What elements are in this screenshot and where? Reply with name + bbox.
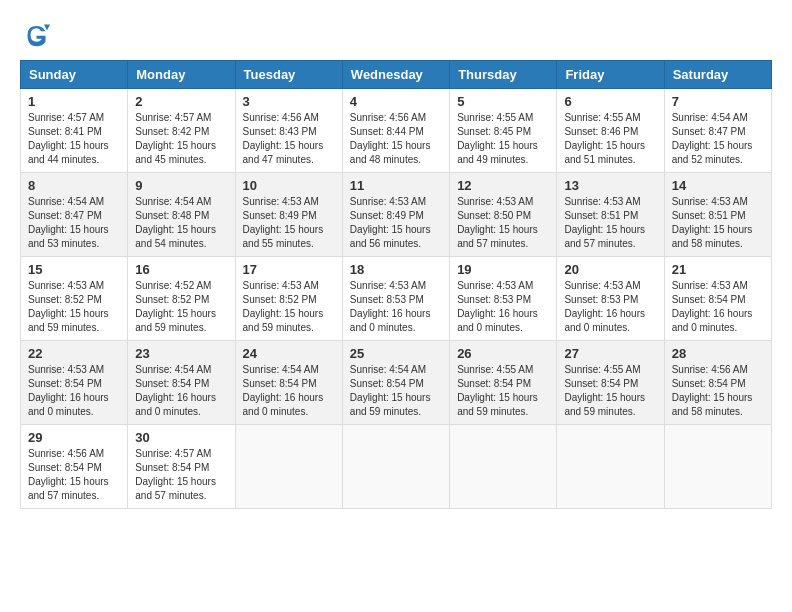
day-number: 8 [28,178,120,193]
svg-marker-0 [44,25,50,31]
day-info: Sunrise: 4:53 AM Sunset: 8:53 PM Dayligh… [350,279,442,335]
calendar-cell: 7 Sunrise: 4:54 AM Sunset: 8:47 PM Dayli… [664,89,771,173]
day-info: Sunrise: 4:56 AM Sunset: 8:54 PM Dayligh… [672,363,764,419]
calendar-cell: 1 Sunrise: 4:57 AM Sunset: 8:41 PM Dayli… [21,89,128,173]
calendar-cell: 9 Sunrise: 4:54 AM Sunset: 8:48 PM Dayli… [128,173,235,257]
day-number: 14 [672,178,764,193]
day-info: Sunrise: 4:54 AM Sunset: 8:47 PM Dayligh… [28,195,120,251]
logo [20,20,54,50]
calendar-cell: 6 Sunrise: 4:55 AM Sunset: 8:46 PM Dayli… [557,89,664,173]
calendar-cell: 18 Sunrise: 4:53 AM Sunset: 8:53 PM Dayl… [342,257,449,341]
day-info: Sunrise: 4:54 AM Sunset: 8:48 PM Dayligh… [135,195,227,251]
calendar-cell [450,425,557,509]
day-number: 19 [457,262,549,277]
calendar-cell: 13 Sunrise: 4:53 AM Sunset: 8:51 PM Dayl… [557,173,664,257]
day-number: 10 [243,178,335,193]
day-number: 28 [672,346,764,361]
col-header-friday: Friday [557,61,664,89]
day-number: 21 [672,262,764,277]
day-number: 9 [135,178,227,193]
col-header-monday: Monday [128,61,235,89]
day-number: 20 [564,262,656,277]
calendar-cell: 30 Sunrise: 4:57 AM Sunset: 8:54 PM Dayl… [128,425,235,509]
day-info: Sunrise: 4:55 AM Sunset: 8:54 PM Dayligh… [564,363,656,419]
day-number: 15 [28,262,120,277]
calendar-cell: 3 Sunrise: 4:56 AM Sunset: 8:43 PM Dayli… [235,89,342,173]
calendar-table: SundayMondayTuesdayWednesdayThursdayFrid… [20,60,772,509]
day-number: 29 [28,430,120,445]
day-info: Sunrise: 4:57 AM Sunset: 8:54 PM Dayligh… [135,447,227,503]
page-header [20,20,772,50]
day-info: Sunrise: 4:53 AM Sunset: 8:52 PM Dayligh… [28,279,120,335]
day-info: Sunrise: 4:53 AM Sunset: 8:49 PM Dayligh… [243,195,335,251]
day-number: 27 [564,346,656,361]
day-number: 17 [243,262,335,277]
day-number: 7 [672,94,764,109]
day-info: Sunrise: 4:55 AM Sunset: 8:46 PM Dayligh… [564,111,656,167]
calendar-cell: 2 Sunrise: 4:57 AM Sunset: 8:42 PM Dayli… [128,89,235,173]
calendar-cell [235,425,342,509]
logo-icon [20,20,50,50]
day-info: Sunrise: 4:54 AM Sunset: 8:54 PM Dayligh… [243,363,335,419]
calendar-row: 8 Sunrise: 4:54 AM Sunset: 8:47 PM Dayli… [21,173,772,257]
day-number: 23 [135,346,227,361]
calendar-cell: 26 Sunrise: 4:55 AM Sunset: 8:54 PM Dayl… [450,341,557,425]
calendar-cell: 11 Sunrise: 4:53 AM Sunset: 8:49 PM Dayl… [342,173,449,257]
calendar-cell [664,425,771,509]
calendar-row: 22 Sunrise: 4:53 AM Sunset: 8:54 PM Dayl… [21,341,772,425]
calendar-cell [557,425,664,509]
calendar-cell: 17 Sunrise: 4:53 AM Sunset: 8:52 PM Dayl… [235,257,342,341]
col-header-tuesday: Tuesday [235,61,342,89]
day-number: 5 [457,94,549,109]
day-info: Sunrise: 4:56 AM Sunset: 8:54 PM Dayligh… [28,447,120,503]
calendar-row: 15 Sunrise: 4:53 AM Sunset: 8:52 PM Dayl… [21,257,772,341]
col-header-sunday: Sunday [21,61,128,89]
day-info: Sunrise: 4:53 AM Sunset: 8:51 PM Dayligh… [672,195,764,251]
calendar-cell [342,425,449,509]
calendar-cell: 19 Sunrise: 4:53 AM Sunset: 8:53 PM Dayl… [450,257,557,341]
col-header-wednesday: Wednesday [342,61,449,89]
calendar-cell: 21 Sunrise: 4:53 AM Sunset: 8:54 PM Dayl… [664,257,771,341]
calendar-cell: 5 Sunrise: 4:55 AM Sunset: 8:45 PM Dayli… [450,89,557,173]
day-number: 16 [135,262,227,277]
calendar-row: 29 Sunrise: 4:56 AM Sunset: 8:54 PM Dayl… [21,425,772,509]
day-info: Sunrise: 4:53 AM Sunset: 8:54 PM Dayligh… [28,363,120,419]
calendar-cell: 29 Sunrise: 4:56 AM Sunset: 8:54 PM Dayl… [21,425,128,509]
day-number: 2 [135,94,227,109]
day-info: Sunrise: 4:54 AM Sunset: 8:54 PM Dayligh… [135,363,227,419]
calendar-cell: 20 Sunrise: 4:53 AM Sunset: 8:53 PM Dayl… [557,257,664,341]
day-number: 18 [350,262,442,277]
day-info: Sunrise: 4:53 AM Sunset: 8:50 PM Dayligh… [457,195,549,251]
day-info: Sunrise: 4:57 AM Sunset: 8:41 PM Dayligh… [28,111,120,167]
day-number: 11 [350,178,442,193]
calendar-cell: 4 Sunrise: 4:56 AM Sunset: 8:44 PM Dayli… [342,89,449,173]
day-number: 24 [243,346,335,361]
day-number: 30 [135,430,227,445]
day-info: Sunrise: 4:53 AM Sunset: 8:53 PM Dayligh… [457,279,549,335]
day-info: Sunrise: 4:52 AM Sunset: 8:52 PM Dayligh… [135,279,227,335]
calendar-cell: 12 Sunrise: 4:53 AM Sunset: 8:50 PM Dayl… [450,173,557,257]
col-header-thursday: Thursday [450,61,557,89]
day-info: Sunrise: 4:53 AM Sunset: 8:54 PM Dayligh… [672,279,764,335]
day-info: Sunrise: 4:53 AM Sunset: 8:51 PM Dayligh… [564,195,656,251]
day-number: 13 [564,178,656,193]
calendar-cell: 8 Sunrise: 4:54 AM Sunset: 8:47 PM Dayli… [21,173,128,257]
calendar-cell: 14 Sunrise: 4:53 AM Sunset: 8:51 PM Dayl… [664,173,771,257]
day-info: Sunrise: 4:54 AM Sunset: 8:54 PM Dayligh… [350,363,442,419]
calendar-cell: 25 Sunrise: 4:54 AM Sunset: 8:54 PM Dayl… [342,341,449,425]
calendar-cell: 28 Sunrise: 4:56 AM Sunset: 8:54 PM Dayl… [664,341,771,425]
day-number: 4 [350,94,442,109]
day-number: 6 [564,94,656,109]
day-number: 3 [243,94,335,109]
calendar-cell: 23 Sunrise: 4:54 AM Sunset: 8:54 PM Dayl… [128,341,235,425]
day-info: Sunrise: 4:55 AM Sunset: 8:54 PM Dayligh… [457,363,549,419]
day-info: Sunrise: 4:56 AM Sunset: 8:44 PM Dayligh… [350,111,442,167]
calendar-cell: 24 Sunrise: 4:54 AM Sunset: 8:54 PM Dayl… [235,341,342,425]
day-info: Sunrise: 4:57 AM Sunset: 8:42 PM Dayligh… [135,111,227,167]
calendar-cell: 27 Sunrise: 4:55 AM Sunset: 8:54 PM Dayl… [557,341,664,425]
calendar-cell: 16 Sunrise: 4:52 AM Sunset: 8:52 PM Dayl… [128,257,235,341]
day-info: Sunrise: 4:54 AM Sunset: 8:47 PM Dayligh… [672,111,764,167]
calendar-cell: 15 Sunrise: 4:53 AM Sunset: 8:52 PM Dayl… [21,257,128,341]
day-number: 26 [457,346,549,361]
day-number: 12 [457,178,549,193]
